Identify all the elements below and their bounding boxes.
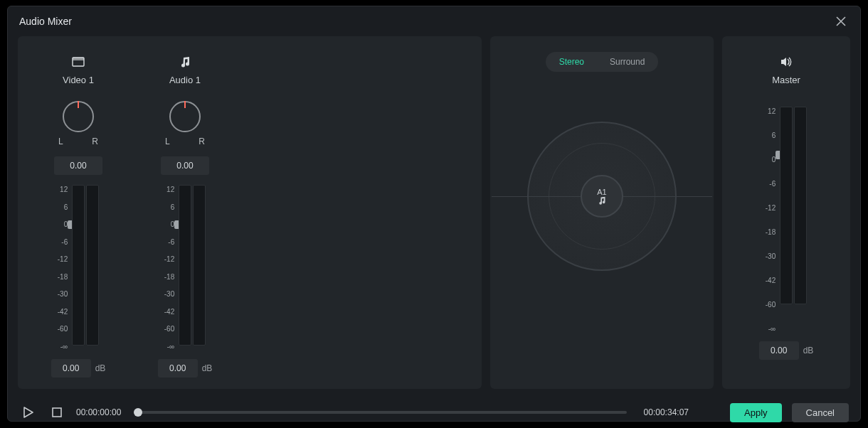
pan-indicator	[184, 101, 186, 108]
channel-audio-1: Audio 1 L R 0.00 1260-6-12-18-30-42-60-∞	[132, 53, 238, 378]
channel-label: Video 1	[63, 75, 94, 85]
db-unit-label: dB	[803, 346, 814, 355]
pan-value-input[interactable]: 0.00	[161, 156, 209, 175]
stereo-tab[interactable]: Stereo	[548, 54, 596, 70]
db-unit-label: dB	[202, 363, 213, 373]
gain-row: 0.00 dB	[759, 341, 814, 360]
close-icon	[836, 16, 846, 26]
svg-rect-2	[53, 408, 61, 417]
meters	[72, 185, 99, 346]
gain-value-input[interactable]: 0.00	[51, 359, 91, 378]
pan-knob[interactable]	[63, 101, 94, 132]
surround-center-puck[interactable]: A1	[581, 175, 623, 218]
playhead-handle[interactable]	[134, 408, 142, 417]
level-meter-right	[794, 107, 807, 304]
modal-title: Audio Mixer	[19, 16, 72, 27]
channels-panel: Video 1 L R 0.00 1260-6-12-18-30-42-60-∞	[18, 36, 482, 389]
level-meter-right	[193, 185, 206, 346]
stop-icon	[52, 407, 62, 417]
surround-panel: Stereo Surround A1	[490, 36, 714, 389]
meter-block: 1260-6-12-18-30-42-60-∞	[164, 185, 206, 351]
pan-left-label: L	[58, 137, 63, 146]
gain-row: 0.00 dB	[158, 359, 213, 378]
pan-left-label: L	[165, 137, 170, 146]
modal-body: Video 1 L R 0.00 1260-6-12-18-30-42-60-∞	[8, 36, 860, 397]
channel-label: Audio 1	[169, 75, 201, 85]
level-meter-right	[86, 185, 99, 346]
pan-value-input[interactable]: 0.00	[54, 156, 102, 175]
video-icon	[72, 53, 85, 70]
play-icon	[23, 407, 33, 418]
svg-rect-1	[73, 58, 84, 60]
current-time: 00:00:00:00	[76, 407, 121, 417]
audio-mixer-modal: Audio Mixer Video 1 L R 0.00	[7, 6, 861, 422]
meters	[179, 185, 206, 346]
pan-lr-row: L R	[165, 137, 205, 146]
meters	[780, 107, 807, 304]
surround-tab[interactable]: Surround	[598, 54, 656, 70]
master-label: Master	[772, 75, 800, 85]
channel-video-1: Video 1 L R 0.00 1260-6-12-18-30-42-60-∞	[25, 53, 132, 378]
total-time: 00:00:34:07	[644, 407, 689, 417]
level-meter-left	[179, 185, 191, 346]
pan-knob[interactable]	[169, 101, 201, 132]
level-meter-left	[72, 185, 85, 346]
gain-value-input[interactable]: 0.00	[158, 359, 198, 378]
master-gain-input[interactable]: 0.00	[759, 341, 799, 360]
db-scale: 1260-6-12-18-30-42-60-∞	[164, 185, 174, 351]
pan-right-label: R	[199, 137, 205, 146]
db-scale: 1260-6-12-18-30-42-60-∞	[58, 185, 68, 351]
speaker-icon	[780, 53, 793, 70]
cancel-button[interactable]: Cancel	[792, 403, 849, 422]
pan-lr-row: L R	[58, 137, 98, 146]
timeline-scrubber[interactable]	[138, 411, 626, 414]
db-scale: 1260-6-12-18-30-42-60-∞	[766, 107, 776, 333]
surround-circle[interactable]: A1	[527, 122, 677, 271]
pan-indicator	[78, 101, 79, 108]
stop-button[interactable]	[48, 403, 66, 422]
music-note-icon	[179, 53, 191, 70]
apply-button[interactable]: Apply	[730, 403, 782, 422]
play-button[interactable]	[19, 403, 38, 422]
master-meter-block: 1260-6-12-18-30-42-60-∞	[766, 107, 807, 333]
surround-center-label: A1	[597, 188, 606, 196]
gain-row: 0.00 dB	[51, 359, 106, 378]
level-meter-left	[780, 107, 793, 304]
db-unit-label: dB	[95, 363, 106, 373]
meter-block: 1260-6-12-18-30-42-60-∞	[58, 185, 99, 351]
modal-footer: 00:00:00:00 00:00:34:07 Apply Cancel	[8, 397, 860, 429]
close-button[interactable]	[833, 14, 849, 29]
pan-right-label: R	[92, 137, 98, 146]
master-panel: Master 1260-6-12-18-30-42-60-∞ 0.00 dB	[722, 36, 850, 389]
music-note-icon	[598, 196, 606, 205]
modal-header: Audio Mixer	[8, 6, 860, 36]
stereo-surround-toggle: Stereo Surround	[546, 52, 659, 72]
